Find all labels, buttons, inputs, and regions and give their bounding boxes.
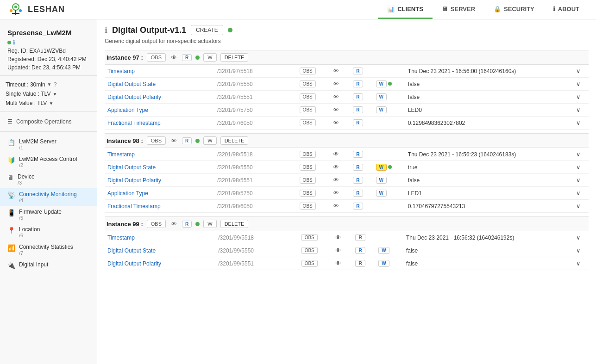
eye-button[interactable]: 👁: [332, 80, 340, 88]
expand-button[interactable]: ∨: [576, 93, 581, 100]
expand-button[interactable]: ∨: [576, 119, 581, 126]
instance-98-eye-button[interactable]: 👁: [169, 137, 178, 145]
instance-97-label: Instance 97 :: [107, 54, 143, 61]
eye-button[interactable]: 👁: [332, 106, 340, 114]
instance-98-delete-button[interactable]: DELETE: [220, 136, 249, 145]
obs-button[interactable]: OBS: [300, 190, 316, 197]
sidebar-item-connectivity-statistics[interactable]: 📶 Connectivity Statistics /7: [0, 241, 97, 259]
expand-button[interactable]: ∨: [576, 164, 581, 171]
status-dot: [388, 165, 392, 169]
w-button[interactable]: W: [376, 93, 387, 100]
r-button[interactable]: R: [353, 106, 363, 113]
w-cell: W: [373, 78, 405, 91]
r-button[interactable]: R: [353, 93, 363, 100]
obs-button[interactable]: OBS: [301, 234, 318, 241]
r-button[interactable]: R: [353, 68, 363, 74]
instance-97-delete-button[interactable]: DELETE: [220, 53, 249, 62]
eye-button[interactable]: 👁: [334, 247, 343, 254]
instance-99-delete-button[interactable]: DELETE: [220, 220, 249, 228]
w-button[interactable]: W: [378, 247, 389, 254]
instance-97-eye-button[interactable]: 👁: [169, 54, 178, 62]
eye-button[interactable]: 👁: [332, 176, 340, 184]
eye-button[interactable]: 👁: [332, 119, 340, 127]
expand-button[interactable]: ∨: [576, 151, 581, 158]
sidebar-item-firmware-update[interactable]: 📱 Firmware Update /5: [0, 206, 97, 223]
timeout-help[interactable]: ?: [54, 81, 57, 88]
eye-button[interactable]: 👁: [332, 93, 340, 101]
obs-button[interactable]: OBS: [300, 119, 316, 126]
expand-button[interactable]: ∨: [576, 106, 581, 113]
instance-98-obs-button[interactable]: OBS: [147, 136, 166, 145]
nav-server[interactable]: 🖥 SERVER: [433, 0, 484, 19]
w-button[interactable]: W: [376, 177, 387, 184]
instance-99-w-button[interactable]: W: [203, 220, 216, 228]
instance-99-obs-button[interactable]: OBS: [147, 220, 166, 228]
r-button[interactable]: R: [353, 119, 363, 126]
eye-button[interactable]: 👁: [332, 189, 340, 197]
sidebar-item-location[interactable]: 📍 Location /6: [0, 223, 97, 241]
eye-button[interactable]: 👁: [332, 150, 340, 158]
nav-security[interactable]: 🔒 SECURITY: [484, 0, 544, 19]
sidebar-item-lwm2m-server[interactable]: 📋 LwM2M Server /1: [0, 136, 97, 153]
r-button[interactable]: R: [353, 164, 363, 171]
sidebar-item-connectivity-monitoring[interactable]: 📡 Connectivity Monitoring /4: [0, 188, 97, 206]
instance-99-eye-button[interactable]: 👁: [169, 220, 178, 228]
r-button[interactable]: R: [353, 177, 363, 184]
obs-button[interactable]: OBS: [300, 177, 316, 184]
w-button[interactable]: W: [376, 190, 387, 197]
res-name: Timestamp: [105, 65, 214, 78]
composite-ops[interactable]: ☰ Composite Operations: [0, 116, 97, 128]
obs-button[interactable]: OBS: [300, 164, 316, 171]
w-button[interactable]: W: [376, 80, 387, 87]
r-button[interactable]: R: [353, 151, 363, 158]
w-button[interactable]: W: [378, 260, 389, 267]
eye-button[interactable]: 👁: [334, 259, 343, 267]
expand-button[interactable]: ∨: [576, 190, 581, 197]
obs-button[interactable]: OBS: [301, 247, 318, 254]
r-button[interactable]: R: [355, 234, 365, 241]
res-path: /3201/97/5551: [214, 91, 297, 104]
instance-97-r-button[interactable]: R: [182, 54, 192, 61]
expand-button[interactable]: ∨: [576, 68, 581, 74]
expand-button[interactable]: ∨: [576, 177, 581, 184]
eye-button[interactable]: 👁: [332, 67, 340, 75]
obs-button[interactable]: OBS: [300, 93, 316, 100]
w-button[interactable]: W: [376, 106, 387, 113]
obs-button[interactable]: OBS: [300, 106, 316, 113]
sidebar-item-device[interactable]: 🖥 Device /3: [0, 171, 97, 188]
expand-button[interactable]: ∨: [576, 247, 581, 254]
instance-97-obs-button[interactable]: OBS: [147, 53, 166, 62]
instance-98-w-button[interactable]: W: [203, 136, 216, 145]
multi-value-chevron: ▼: [49, 101, 53, 106]
r-button[interactable]: R: [355, 260, 365, 267]
instance-97-w-button[interactable]: W: [203, 53, 216, 62]
client-status-icon[interactable]: ℹ: [13, 39, 15, 46]
obs-button[interactable]: OBS: [300, 80, 316, 87]
w-button-highlight[interactable]: W: [376, 164, 387, 171]
r-button[interactable]: R: [355, 247, 365, 254]
composite-ops-label: Composite Operations: [16, 118, 71, 125]
obs-button[interactable]: OBS: [301, 260, 318, 267]
obs-button[interactable]: OBS: [300, 151, 316, 158]
expand-button[interactable]: ∨: [576, 260, 581, 267]
sidebar-item-access-control[interactable]: 🔰 LwM2M Access Control /2: [0, 153, 97, 171]
eye-button[interactable]: 👁: [332, 202, 340, 210]
r-button[interactable]: R: [353, 203, 363, 210]
eye-button[interactable]: 👁: [332, 163, 340, 171]
table-row: Digital Output Polarity /3201/97/5551 OB…: [105, 91, 589, 104]
obs-button[interactable]: OBS: [300, 203, 316, 210]
sidebar-item-digital-input[interactable]: 🔌 Digital Input: [0, 259, 97, 272]
create-button[interactable]: CREATE: [191, 25, 223, 35]
instance-99-r-button[interactable]: R: [182, 221, 192, 228]
obs-button[interactable]: OBS: [300, 68, 316, 74]
nav-clients[interactable]: 📊 CLIENTS: [378, 0, 433, 19]
res-value: false: [405, 78, 574, 91]
eye-button[interactable]: 👁: [334, 234, 343, 241]
r-button[interactable]: R: [353, 80, 363, 87]
r-button[interactable]: R: [353, 190, 363, 197]
expand-button[interactable]: ∨: [576, 80, 581, 87]
instance-98-r-button[interactable]: R: [182, 137, 192, 144]
expand-button[interactable]: ∨: [576, 203, 581, 210]
nav-about[interactable]: ℹ ABOUT: [544, 0, 589, 19]
expand-button[interactable]: ∨: [576, 234, 581, 241]
